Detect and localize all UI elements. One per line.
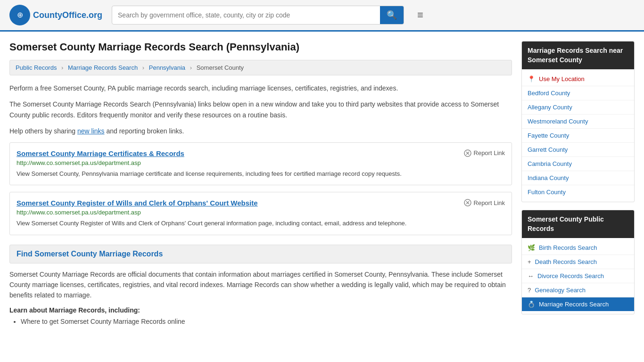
sidebar-nearby-label-3: Westmoreland County bbox=[528, 118, 588, 125]
pr-icon-2: ↔ bbox=[528, 272, 534, 280]
record-entry: Somerset County Marriage Certificates & … bbox=[9, 142, 512, 186]
sidebar-pr-label-3: Genealogy Search bbox=[535, 287, 586, 294]
logo[interactable]: ⊕ CountyOffice.org bbox=[9, 5, 102, 25]
pr-icon-4: 💍 bbox=[528, 301, 535, 308]
sidebar-nearby-label-6: Cambria County bbox=[528, 160, 572, 167]
find-section-para: Somerset County Marriage Records are off… bbox=[9, 269, 512, 301]
breadcrumb-marriage-records-search[interactable]: Marriage Records Search bbox=[68, 64, 138, 71]
sidebar-nearby-label-5: Garrett County bbox=[528, 146, 568, 153]
sidebar-nearby-label-1: Bedford County bbox=[528, 90, 570, 97]
breadcrumb-somerset-county: Somerset County bbox=[197, 64, 244, 71]
bullet-item: Where to get Somerset County Marriage Re… bbox=[21, 318, 512, 325]
hamburger-menu-button[interactable]: ≡ bbox=[417, 9, 423, 21]
nearby-box: Marriage Records Search near Somerset Co… bbox=[521, 41, 635, 202]
description-para-1: Perform a free Somerset County, PA publi… bbox=[9, 83, 512, 93]
logo-icon: ⊕ bbox=[9, 5, 30, 25]
bullet-list: Where to get Somerset County Marriage Re… bbox=[9, 318, 512, 325]
pr-icon-0: 🌿 bbox=[528, 244, 535, 251]
search-button[interactable]: 🔍 bbox=[380, 6, 404, 24]
sidebar-nearby-label-2: Allegany County bbox=[528, 104, 572, 111]
breadcrumb: Public Records › Marriage Records Search… bbox=[9, 60, 512, 75]
search-bar: 🔍 bbox=[112, 6, 404, 25]
sidebar-nearby-item-4[interactable]: Fayette County bbox=[522, 129, 634, 143]
description-para-2: The Somerset County Marriage Records Sea… bbox=[9, 99, 512, 120]
record-url-1[interactable]: http://www.co.somerset.pa.us/department.… bbox=[17, 209, 505, 216]
sidebar-pr-item-4[interactable]: 💍Marriage Records Search bbox=[522, 297, 634, 311]
sidebar-nearby-item-8[interactable]: Fulton County bbox=[522, 185, 634, 199]
location-icon: 📍 bbox=[528, 75, 535, 82]
record-title-0[interactable]: Somerset County Marriage Certificates & … bbox=[17, 149, 184, 157]
find-section-header: Find Somerset County Marriage Records bbox=[9, 245, 512, 263]
search-input[interactable] bbox=[112, 8, 380, 23]
sidebar-nearby-item-6[interactable]: Cambria County bbox=[522, 157, 634, 171]
sidebar-pr-label-1: Death Records Search bbox=[535, 258, 597, 265]
record-entry: Somerset County Register of Wills and Cl… bbox=[9, 192, 512, 235]
svg-text:⊕: ⊕ bbox=[17, 11, 23, 19]
new-links-link[interactable]: new links bbox=[77, 127, 105, 135]
page-title: Somerset County Marriage Records Search … bbox=[9, 41, 512, 53]
sidebar-nearby-item-0[interactable]: 📍Use My Location bbox=[522, 72, 634, 86]
record-entries-list: Somerset County Marriage Certificates & … bbox=[9, 142, 512, 235]
breadcrumb-pennsylvania[interactable]: Pennsylvania bbox=[149, 64, 185, 71]
sidebar-nearby-label-4: Fayette County bbox=[528, 132, 569, 139]
public-records-header: Somerset County Public Records bbox=[522, 210, 634, 238]
learn-header: Learn about Marriage Records, including: bbox=[9, 306, 512, 314]
sidebar-pr-item-1[interactable]: +Death Records Search bbox=[522, 255, 634, 269]
pr-icon-1: + bbox=[528, 258, 531, 265]
record-url-0[interactable]: http://www.co.somerset.pa.us/department.… bbox=[17, 159, 505, 166]
sidebar-pr-item-2[interactable]: ↔Divorce Records Search bbox=[522, 269, 634, 283]
sidebar-nearby-label-7: Indiana County bbox=[528, 174, 569, 181]
sidebar-nearby-item-7[interactable]: Indiana County bbox=[522, 171, 634, 185]
sidebar-nearby-item-2[interactable]: Allegany County bbox=[522, 100, 634, 115]
report-icon-1 bbox=[464, 199, 471, 206]
sidebar-nearby-label-0: Use My Location bbox=[539, 75, 585, 82]
public-records-box: Somerset County Public Records 🌿Birth Re… bbox=[521, 210, 635, 314]
sidebar-nearby-item-3[interactable]: Westmoreland County bbox=[522, 115, 634, 129]
report-link-btn-0[interactable]: Report Link bbox=[464, 149, 505, 157]
record-desc-1: View Somerset County Register of Wills a… bbox=[17, 219, 505, 228]
sidebar-nearby-item-5[interactable]: Garrett County bbox=[522, 143, 634, 157]
content-area: Somerset County Marriage Records Search … bbox=[9, 41, 512, 327]
sidebar-pr-item-3[interactable]: ?Genealogy Search bbox=[522, 283, 634, 297]
sidebar: Marriage Records Search near Somerset Co… bbox=[521, 41, 635, 327]
report-link-btn-1[interactable]: Report Link bbox=[464, 199, 505, 206]
pr-icon-3: ? bbox=[528, 287, 531, 294]
nearby-items-list: 📍Use My LocationBedford CountyAllegany C… bbox=[522, 69, 634, 202]
breadcrumb-public-records[interactable]: Public Records bbox=[16, 64, 57, 71]
sidebar-nearby-item-1[interactable]: Bedford County bbox=[522, 86, 634, 100]
description-para-3: Help others by sharing new links and rep… bbox=[9, 126, 512, 136]
public-records-items-list: 🌿Birth Records Search+Death Records Sear… bbox=[522, 238, 634, 314]
report-icon-0 bbox=[464, 149, 471, 157]
logo-text: CountyOffice.org bbox=[33, 10, 102, 20]
record-title-1[interactable]: Somerset County Register of Wills and Cl… bbox=[17, 199, 258, 207]
record-desc-0: View Somerset County, Pennsylvania marri… bbox=[17, 169, 505, 179]
sidebar-pr-label-4: Marriage Records Search bbox=[539, 301, 609, 308]
sidebar-pr-label-2: Divorce Records Search bbox=[537, 272, 604, 280]
nearby-header: Marriage Records Search near Somerset Co… bbox=[522, 41, 634, 69]
sidebar-nearby-label-8: Fulton County bbox=[528, 189, 566, 196]
sidebar-pr-item-0[interactable]: 🌿Birth Records Search bbox=[522, 241, 634, 255]
sidebar-pr-label-0: Birth Records Search bbox=[539, 244, 597, 251]
